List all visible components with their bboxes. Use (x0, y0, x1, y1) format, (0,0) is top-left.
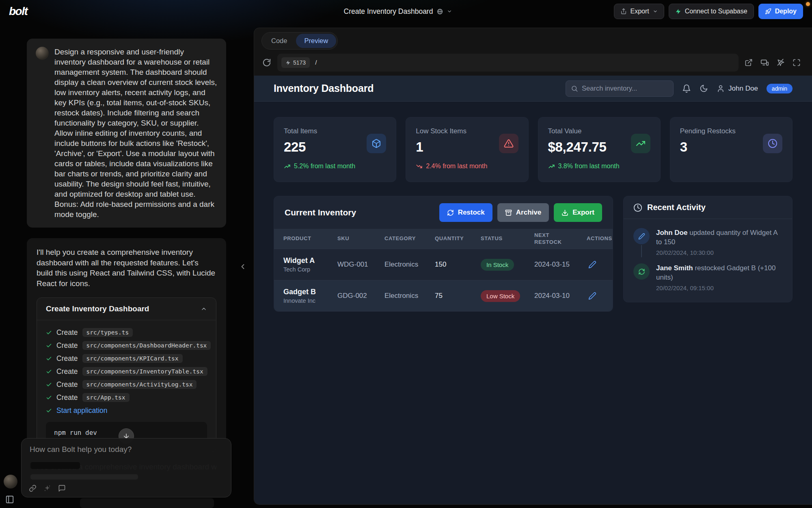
table-row[interactable]: Gadget B Innovate Inc GDG-002 Electronic… (274, 280, 613, 311)
activity-actor: John Doe (656, 229, 687, 237)
column-header: NEXT RESTOCK (534, 232, 566, 246)
port-badge[interactable]: 5173 (281, 57, 310, 68)
restock-date-cell: 2024-03-15 (534, 261, 587, 269)
artifact-header[interactable]: Create Inventory Dashboard (37, 298, 216, 320)
app-preview: Inventory Dashboard (254, 76, 812, 504)
privacy-icon (436, 8, 443, 15)
start-application-link[interactable]: Start application (56, 406, 108, 415)
reload-icon[interactable] (262, 58, 271, 67)
activity-text: Jane Smith restocked Gadget B (+100 unit… (656, 263, 782, 282)
inventory-title: Current Inventory (285, 208, 356, 217)
artifact-step: Create src/components/InventoryTable.tsx (46, 365, 207, 378)
devices-icon[interactable] (760, 59, 769, 67)
chat-input-box[interactable] (21, 438, 231, 497)
quantity-cell[interactable]: 150 (435, 261, 481, 269)
inventory-search[interactable] (566, 80, 674, 97)
package-icon (367, 134, 386, 153)
sidebar-toggle-icon[interactable] (5, 495, 14, 504)
start-application-step: Start application (46, 404, 207, 417)
inspect-toggle-icon[interactable] (777, 59, 785, 67)
panel-gutter (232, 23, 254, 508)
chat-bubble-icon[interactable] (58, 484, 66, 492)
product-supplier: Tech Corp (283, 266, 337, 273)
table-header: PRODUCT SKU CATEGORY QUANTITY STATUS NEX… (274, 229, 613, 249)
download-icon (561, 209, 568, 216)
kpi-trend-text: 3.8% from last month (558, 163, 620, 170)
kpi-card-low-stock: Low Stock Items 1 2.4% from last month (406, 117, 528, 182)
product-supplier: Innovate Inc (283, 297, 337, 304)
edit-activity-icon (633, 228, 650, 244)
status-badge: Low Stock (481, 290, 520, 302)
connect-supabase-button[interactable]: Connect to Supabase (669, 4, 754, 19)
fullscreen-icon[interactable] (793, 59, 801, 67)
inventory-card-header: Current Inventory Restock (274, 196, 613, 229)
column-header: ACTIONS (587, 235, 612, 242)
step-file[interactable]: src/components/KPICard.tsx (82, 354, 183, 363)
inventory-card: Current Inventory Restock (274, 196, 613, 312)
export-inventory-button[interactable]: Export (554, 203, 602, 222)
chat-input[interactable] (30, 445, 223, 457)
port-number: 5173 (293, 59, 306, 66)
bolt-logo[interactable]: bolt (9, 5, 27, 18)
topbar-actions: Export Connect to Supabase Deploy (614, 4, 803, 19)
check-icon (46, 330, 52, 336)
sparkles-icon[interactable] (43, 484, 51, 492)
collapse-chat-icon[interactable] (239, 263, 247, 271)
activity-time: 20/02/2024, 09:15:00 (656, 284, 782, 291)
trend-up-icon (548, 163, 555, 170)
artifact-step: Create src/components/DashboardHeader.ts… (46, 339, 207, 352)
check-icon (46, 343, 52, 349)
view-switcher: Code Preview (261, 32, 338, 50)
dark-mode-toggle-icon[interactable] (700, 84, 708, 93)
bell-icon[interactable] (682, 84, 691, 93)
quantity-cell[interactable]: 75 (435, 292, 481, 300)
check-icon (46, 356, 52, 362)
archive-label: Archive (516, 208, 541, 217)
user-icon (717, 85, 725, 93)
link-icon[interactable] (29, 484, 37, 492)
kpi-card-pending-restocks: Pending Restocks 3 (670, 117, 793, 182)
tab-code[interactable]: Code (263, 34, 295, 48)
user-menu[interactable]: John Doe (717, 85, 758, 93)
chevron-up-icon[interactable] (201, 306, 207, 312)
sku-cell: WDG-001 (337, 261, 384, 269)
sku-cell: GDG-002 (337, 292, 384, 300)
column-header: SKU (337, 235, 384, 242)
open-external-icon[interactable] (745, 59, 753, 67)
edit-row-button[interactable] (587, 290, 609, 302)
edit-row-button[interactable] (587, 259, 609, 270)
activity-list: John Doe updated quantity of Widget A to… (624, 219, 792, 302)
dashboard-header-actions: John Doe admin (566, 80, 793, 97)
step-file[interactable]: src/App.tsx (82, 393, 130, 402)
ghost-text-bar (30, 462, 80, 469)
step-file[interactable]: src/types.ts (82, 328, 133, 337)
step-action: Create (56, 341, 78, 350)
project-title-group[interactable]: Create Inventory Dashboard (344, 7, 452, 16)
search-input[interactable] (582, 85, 668, 92)
obscured-suggestion (80, 498, 214, 508)
archive-button[interactable]: Archive (497, 203, 549, 222)
product-name: Widget A (283, 256, 337, 265)
deploy-button[interactable]: Deploy (758, 4, 803, 19)
kpi-card-total-value: Total Value $8,247.75 3.8% from last mon… (538, 117, 661, 182)
column-header: QUANTITY (435, 235, 481, 242)
step-file[interactable]: src/components/InventoryTable.tsx (82, 367, 207, 376)
restock-button[interactable]: Restock (439, 203, 492, 222)
user-avatar[interactable] (4, 475, 17, 488)
alert-triangle-icon (499, 134, 518, 153)
kpi-trend-text: 5.2% from last month (294, 163, 355, 170)
step-file[interactable]: src/components/DashboardHeader.tsx (82, 341, 211, 350)
kpi-trend: 3.8% from last month (548, 163, 650, 170)
step-action: Create (56, 354, 78, 363)
user-prompt-text: Design a responsive and user-friendly in… (54, 47, 217, 219)
kpi-trend: 2.4% from last month (416, 163, 518, 170)
user-name: John Doe (728, 85, 758, 93)
tab-preview[interactable]: Preview (296, 34, 336, 48)
address-bar[interactable]: 5173 / (277, 54, 739, 72)
product-cell: Widget A Tech Corp (283, 256, 337, 273)
activity-actor: Jane Smith (656, 264, 693, 272)
step-file[interactable]: src/components/ActivityLog.tsx (82, 380, 197, 389)
step-action: Create (56, 393, 78, 402)
table-row[interactable]: Widget A Tech Corp WDG-001 Electronics 1… (274, 249, 613, 280)
export-button[interactable]: Export (614, 4, 664, 19)
